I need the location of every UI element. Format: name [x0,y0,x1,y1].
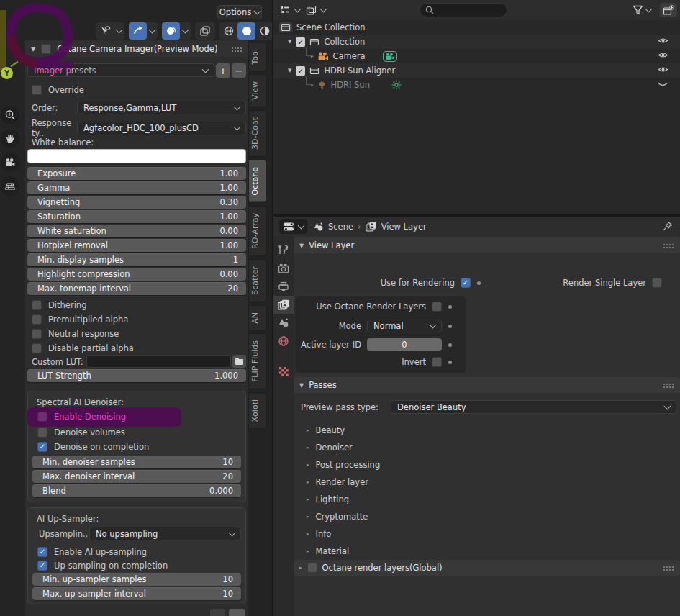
panel-grip-icon[interactable] [663,243,674,248]
neutral-response-checkbox[interactable] [32,329,42,339]
octane-render-layers-panel-header[interactable]: ▸ Octane render layers(Global) [294,560,680,576]
tab-an[interactable]: AN [248,305,267,331]
sun-data-icon[interactable] [391,80,402,90]
xray-toggle-button[interactable] [195,22,215,40]
hide-eye-icon[interactable] [658,51,668,61]
tab-scatter[interactable]: Scatter [248,259,267,302]
tab-tool[interactable]: Tool [248,42,267,71]
pass-denoiser[interactable]: ▸Denoiser [294,439,680,456]
vignetting-slider[interactable]: Vignetting0.30 [27,196,246,209]
editor-type-button[interactable] [277,3,303,17]
tab-3d-coat[interactable]: 3D-Coat [248,110,267,157]
preview-pass-type-dropdown[interactable]: Denoiser Beauty [391,400,676,414]
camera-view-button[interactable] [1,153,19,172]
min-display-samples-slider[interactable]: Min. display samples1 [27,253,246,266]
y-axis-gizmo[interactable]: Y [1,67,13,79]
white-balance-swatch[interactable] [27,149,246,163]
new-collection-button[interactable] [660,3,677,17]
tab-world-properties[interactable] [273,332,294,350]
octane-render-layers-checkbox[interactable] [307,563,317,573]
tab-texture-properties[interactable] [273,363,294,381]
max-tonemap-interval-slider[interactable]: Max. tonemap interval20 [27,282,246,295]
panel-grip-icon[interactable] [663,383,674,388]
tab-scene-properties[interactable] [273,314,294,332]
tab-view[interactable]: View [248,74,267,107]
remove-preset-button[interactable]: − [232,63,246,78]
zoom-button[interactable] [1,106,19,124]
use-for-rendering-checkbox[interactable]: ✓ [461,278,471,288]
search-input[interactable] [438,6,499,14]
custom-lut-input[interactable] [86,355,231,368]
gizmo-dropdown[interactable] [147,22,158,40]
pan-button[interactable] [1,130,19,148]
pin-icon[interactable] [662,221,673,232]
shading-wireframe-button[interactable] [219,22,237,40]
tab-xolotl[interactable]: Xolotl [248,392,267,429]
exposure-slider[interactable]: Exposure1.00 [27,167,246,180]
outliner-row-camera[interactable]: ▸ Camera [273,49,680,63]
animate-dot[interactable] [448,361,452,364]
imager-presets-dropdown[interactable]: Imager presets [27,63,214,77]
collection-checkbox[interactable]: ✓ [296,37,305,47]
upsampling-on-completion-checkbox[interactable]: ✓ [37,561,47,571]
animate-dot[interactable] [448,305,452,309]
tab-output-properties[interactable] [273,278,294,296]
breadcrumb-view-layer[interactable]: View Layer [381,222,427,232]
show-gizmo-button[interactable] [96,22,114,40]
tab-ro-array[interactable]: RO-Array [248,206,267,256]
passes-panel-header[interactable]: ▼ Passes [294,377,680,393]
min-denoiser-samples-slider[interactable]: Min. denoiser samples10 [32,456,241,468]
editor-type-button[interactable] [279,219,307,234]
pass-material[interactable]: ▸Material [294,543,680,560]
tab-render-properties[interactable] [273,260,294,278]
outliner-row-scene-collection[interactable]: Scene Collection [273,20,680,35]
active-layer-id-field[interactable]: 0 [367,338,442,351]
render-single-layer-checkbox[interactable] [652,278,662,288]
response-type-dropdown[interactable]: Agfacolor_HDC_100_plusCD [77,122,246,135]
min-upsampler-samples-slider[interactable]: Min. up-sampler samples10 [32,573,241,586]
override-checkbox[interactable] [32,85,42,95]
shading-solid-button[interactable] [237,22,255,40]
animate-dot[interactable] [448,343,452,347]
invert-checkbox[interactable] [432,357,442,367]
animate-dot[interactable] [477,281,481,285]
add-preset-button[interactable]: + [216,63,230,78]
outliner-row-hdri-sun[interactable]: ▸ HDRI Sun [273,78,680,92]
upsampling-mode-dropdown[interactable]: No upsampling [89,527,241,540]
tab-tool-properties[interactable] [273,240,294,258]
imager-panel-checkbox[interactable] [41,44,51,54]
use-octane-render-layers-checkbox[interactable] [432,302,442,312]
hdri-aligner-checkbox[interactable]: ✓ [296,66,305,76]
max-upsampler-interval-slider[interactable]: Max. up-sampler interval10 [32,587,241,600]
breadcrumb-scene[interactable]: Scene [328,222,353,232]
pass-render-layer[interactable]: ▸Render layer [294,474,680,491]
view-layer-panel-header[interactable]: ▼ View Layer [294,237,680,253]
gamma-slider[interactable]: Gamma1.00 [27,181,246,194]
grid-perspective-button[interactable] [1,177,19,196]
outliner-row-hdri-sun-aligner[interactable]: ▼ ✓ HDRI Sun Aligner [273,63,680,78]
enable-ai-upsampling-checkbox[interactable]: ✓ [37,547,47,557]
lut-strength-slider[interactable]: LUT Strength1.000 [27,369,246,382]
hide-eye-icon[interactable] [658,65,668,76]
denoise-volumes-checkbox[interactable] [37,427,47,438]
outliner-row-collection[interactable]: ▼ ✓ Collection [273,35,680,49]
disable-partial-alpha-checkbox[interactable] [32,343,42,353]
pass-info[interactable]: ▸Info [294,525,680,543]
premultiplied-alpha-checkbox[interactable] [32,314,42,325]
tab-octane[interactable]: Octane [248,160,267,203]
hotpixel-removal-slider[interactable]: Hotpixel removal1.00 [27,239,246,252]
denoise-on-completion-checkbox[interactable]: ✓ [37,442,47,452]
pass-beauty[interactable]: ▸Beauty [294,422,680,439]
order-dropdown[interactable]: Response,Gamma,LUT [77,101,246,114]
browse-lut-button[interactable] [232,355,246,368]
camera-data-icon[interactable] [383,51,397,62]
pass-lighting[interactable]: ▸Lighting [294,491,680,508]
animate-dot[interactable] [448,325,452,328]
mode-dropdown[interactable]: Normal [367,320,442,332]
overlays-dropdown[interactable] [180,22,191,40]
display-filter-button[interactable] [303,3,329,17]
panel-grip-icon[interactable] [231,47,242,52]
3d-viewport[interactable]: Options [0,0,272,616]
gizmo-toggle-button[interactable] [129,22,147,40]
dithering-checkbox[interactable] [32,300,42,310]
